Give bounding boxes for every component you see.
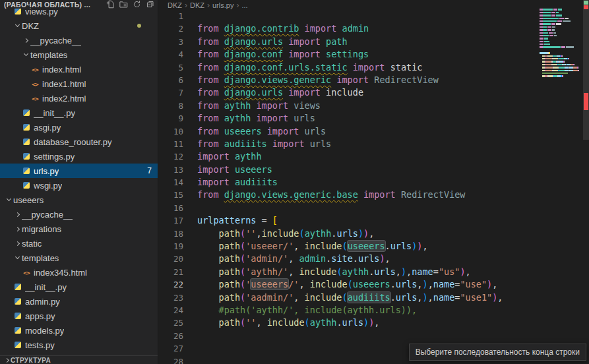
tree-item-index2-html[interactable]: <>index2.html bbox=[0, 91, 158, 106]
indent bbox=[0, 243, 13, 244]
code-line-9[interactable]: 9from aythh import urls bbox=[158, 112, 589, 125]
chevron-right-icon bbox=[13, 228, 22, 231]
code-line-7[interactable]: 7from django.urls import include bbox=[158, 86, 589, 99]
tree-item-wsgi-py[interactable]: wsgi.py bbox=[0, 178, 158, 193]
tree-item-migrations[interactable]: migrations bbox=[0, 222, 158, 236]
tree-item-pycache[interactable]: __pycache__ bbox=[0, 207, 158, 222]
indent bbox=[0, 345, 13, 346]
line-number: 4 bbox=[158, 48, 183, 61]
tree-item-label: index345.html bbox=[34, 268, 87, 278]
line-number: 26 bbox=[158, 330, 183, 342]
breadcrumb-separator-icon: › bbox=[185, 2, 187, 9]
chevron-down-icon bbox=[13, 257, 22, 258]
code-text: from django.conf import settings bbox=[183, 48, 369, 61]
code-line-17[interactable]: 17urlpatterns = [ bbox=[158, 214, 589, 227]
tree-item-useeers[interactable]: useeers bbox=[0, 193, 158, 207]
tree-item-init-py[interactable]: __init__.py bbox=[0, 280, 158, 294]
code-line-8[interactable]: 8from aythh import views bbox=[158, 100, 589, 112]
code-line-20[interactable]: 20 path('admin/', admin.site.urls), bbox=[158, 253, 589, 265]
tree-item-asgi-py[interactable]: asgi.py bbox=[0, 120, 158, 135]
code-text: from django.views.generic.base import Re… bbox=[183, 189, 465, 201]
tree-item-apps-py[interactable]: apps.py bbox=[0, 309, 158, 323]
refresh-icon[interactable] bbox=[133, 0, 141, 9]
minimap[interactable] bbox=[540, 5, 583, 86]
code-line-1[interactable]: 1 bbox=[158, 10, 589, 22]
tree-item-index1-html[interactable]: <>index1.html bbox=[0, 76, 158, 91]
breadcrumb-item[interactable]: urls.py bbox=[212, 1, 233, 9]
tree-item-static[interactable]: static bbox=[0, 236, 158, 251]
tree-item-label: DKZ bbox=[22, 21, 39, 31]
tree-item-index-html[interactable]: <>index.html bbox=[0, 62, 158, 76]
python-file-icon bbox=[21, 138, 32, 145]
tree-item-label: apps.py bbox=[25, 311, 55, 321]
code-text: #path('aythh/', include(aythh.urls)), bbox=[183, 304, 417, 317]
tree-item-dkz[interactable]: DKZ bbox=[0, 18, 158, 33]
breadcrumb-item[interactable]: ... bbox=[241, 1, 247, 9]
breadcrumb-item[interactable]: DKZ bbox=[190, 1, 204, 9]
code-line-10[interactable]: 10from useeers import urls bbox=[158, 125, 589, 138]
code-line-13[interactable]: 13import useeers bbox=[158, 164, 589, 176]
code-line-2[interactable]: 2from django.contrib import admin bbox=[158, 22, 589, 35]
code-line-3[interactable]: 3from django.urls import path bbox=[158, 36, 589, 48]
overview-ruler[interactable] bbox=[583, 0, 589, 364]
new-file-icon[interactable] bbox=[106, 0, 115, 9]
code-line-19[interactable]: 19 path('useeer/', include(useeers.urls)… bbox=[158, 240, 589, 253]
code-line-21[interactable]: 21 path('aythh/', include(aythh.urls,),n… bbox=[158, 266, 589, 278]
indent bbox=[0, 171, 21, 171]
code-text: from django.views.generic import Redirec… bbox=[183, 74, 439, 86]
code-line-6[interactable]: 6from django.views.generic import Redire… bbox=[158, 74, 589, 86]
code-line-24[interactable]: 24 #path('aythh/', include(aythh.urls)), bbox=[158, 304, 589, 317]
code-line-5[interactable]: 5from django.conf.urls.static import sta… bbox=[158, 61, 589, 74]
code-text: from django.urls import include bbox=[183, 86, 363, 99]
code-line-14[interactable]: 14import audiiits bbox=[158, 176, 589, 189]
tree-item-label: index.html bbox=[42, 65, 81, 75]
tree-item-models-py[interactable]: models.py bbox=[0, 323, 158, 338]
line-number: 3 bbox=[158, 36, 183, 48]
tree-item-index345-html[interactable]: <>index345.html bbox=[0, 265, 158, 280]
tree-item-init-py[interactable]: __init__.py bbox=[0, 106, 158, 120]
new-folder-icon[interactable] bbox=[119, 0, 128, 9]
line-number: 5 bbox=[158, 61, 183, 74]
code-text: urlpatterns = [ bbox=[183, 214, 278, 227]
code-line-23[interactable]: 23 path('aadmin/', include(audiiits.urls… bbox=[158, 291, 589, 304]
breadcrumb-item[interactable]: DKZ bbox=[168, 1, 182, 9]
tree-item-label: static bbox=[22, 239, 42, 249]
code-line-4[interactable]: 4from django.conf import settings bbox=[158, 48, 589, 61]
tree-item-database-roouter-py[interactable]: database_roouter.py bbox=[0, 135, 158, 149]
code-line-15[interactable]: 15from django.views.generic.base import … bbox=[158, 189, 589, 201]
tree-item-templates[interactable]: templates bbox=[0, 251, 158, 265]
line-number: 23 bbox=[158, 291, 183, 304]
code-line-25[interactable]: 25 path('', include(aythh.urls)), bbox=[158, 317, 589, 329]
tree-item-urls-py[interactable]: urls.py7 bbox=[0, 164, 158, 178]
python-file-icon bbox=[13, 313, 23, 319]
code-area[interactable]: 12from django.contrib import admin3from … bbox=[158, 10, 589, 364]
line-number: 21 bbox=[158, 266, 183, 278]
indent bbox=[0, 330, 13, 331]
chevron-right-icon bbox=[13, 213, 22, 216]
code-line-11[interactable]: 11from audiiits import urls bbox=[158, 138, 589, 150]
code-text: from aythh import urls bbox=[183, 112, 315, 125]
indent bbox=[0, 11, 13, 12]
line-number: 8 bbox=[158, 100, 183, 112]
tree-item-settings-py[interactable]: settings.py bbox=[0, 149, 158, 164]
tree-item-pycache[interactable]: __pycache__ bbox=[0, 33, 158, 47]
line-number: 15 bbox=[158, 189, 183, 201]
outline-section-header[interactable]: СТРУКТУРА bbox=[0, 355, 158, 364]
tree-item-admin-py[interactable]: admin.py bbox=[0, 294, 158, 309]
code-line-22[interactable]: 22 path('useeers/', include(useeers.urls… bbox=[158, 278, 589, 291]
indent bbox=[0, 272, 21, 273]
tree-item-tests-py[interactable]: tests.py bbox=[0, 338, 158, 352]
code-line-12[interactable]: 12import aythh bbox=[158, 150, 589, 163]
tree-item-templates[interactable]: templates bbox=[0, 47, 158, 62]
tree-item-label: models.py bbox=[25, 326, 64, 336]
code-text: import useeers bbox=[183, 164, 272, 176]
code-line-16[interactable]: 16 bbox=[158, 202, 589, 214]
collapse-all-icon[interactable] bbox=[146, 0, 154, 9]
tree-item-label: templates bbox=[22, 253, 59, 263]
python-file-icon bbox=[13, 298, 23, 305]
indent bbox=[0, 301, 13, 302]
code-line-26[interactable]: 26 bbox=[158, 330, 589, 342]
scrollbar-thumb[interactable] bbox=[583, 0, 589, 140]
code-line-18[interactable]: 18 path('',include(aythh.urls)), bbox=[158, 228, 589, 240]
code-text bbox=[183, 342, 197, 355]
